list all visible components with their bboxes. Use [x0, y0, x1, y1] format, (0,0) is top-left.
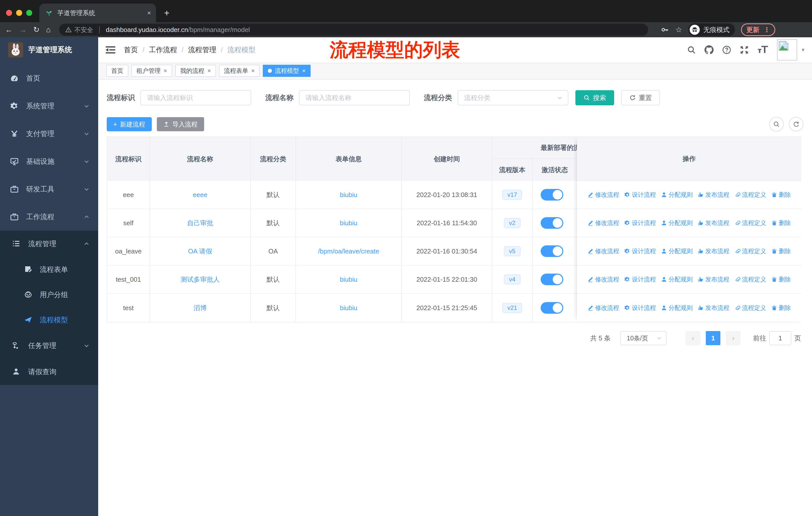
action-link[interactable]: 分配规则	[661, 191, 693, 199]
action-link[interactable]: 流程定义	[734, 304, 766, 312]
address-bar[interactable]: 不安全 dashboard.yudao.iocoder.cn/bpm/manag…	[59, 24, 648, 36]
key-icon[interactable]	[661, 25, 669, 34]
action-link[interactable]: 修改流程	[587, 275, 619, 283]
refresh-button[interactable]	[789, 117, 804, 132]
sidebar-item-devtools[interactable]: 研发工具	[0, 175, 98, 203]
breadcrumb-item[interactable]: 首页	[124, 45, 138, 55]
prev-page-button[interactable]: ‹	[686, 331, 700, 345]
new-tab-button[interactable]: +	[164, 8, 169, 18]
process-name-link[interactable]: 滔博	[194, 304, 207, 313]
action-link[interactable]: 流程定义	[734, 219, 766, 227]
process-name-link[interactable]: OA 请假	[188, 247, 212, 256]
bookmark-star-icon[interactable]: ☆	[675, 26, 682, 33]
action-link[interactable]: 发布流程	[698, 247, 729, 255]
sidebar-item-process-mgmt[interactable]: 流程管理	[0, 231, 98, 257]
sidebar-item-workflow[interactable]: 工作流程	[0, 203, 98, 231]
tag-close-icon[interactable]: ×	[164, 67, 167, 74]
reset-button[interactable]: 重置	[621, 90, 660, 105]
delete-action-link[interactable]: 删除	[771, 191, 791, 199]
active-state-toggle[interactable]	[541, 245, 563, 257]
delete-action-link[interactable]: 删除	[771, 275, 791, 283]
sidebar-item-pay[interactable]: 支付管理	[0, 120, 98, 147]
delete-action-link[interactable]: 删除	[771, 219, 791, 227]
tag-my-process[interactable]: 我的流程×	[175, 65, 216, 77]
process-name-link[interactable]: 测试多审批人	[180, 275, 220, 284]
active-state-toggle[interactable]	[541, 274, 563, 285]
action-link[interactable]: 发布流程	[698, 219, 729, 227]
home-icon[interactable]: ⌂	[46, 26, 51, 33]
close-window-button[interactable]	[6, 10, 12, 16]
minimize-window-button[interactable]	[16, 10, 22, 16]
action-link[interactable]: 发布流程	[698, 191, 729, 199]
active-state-toggle[interactable]	[541, 217, 563, 229]
reload-icon[interactable]: ↻	[33, 26, 39, 33]
import-process-button[interactable]: 导入流程	[157, 117, 204, 131]
action-link[interactable]: 设计流程	[624, 304, 656, 312]
tag-home[interactable]: 首页	[106, 65, 128, 77]
action-link[interactable]: 分配规则	[661, 275, 693, 283]
search-button[interactable]: 搜索	[575, 90, 614, 105]
window-controls[interactable]	[0, 3, 39, 22]
browser-menu-icon[interactable]: ⋮	[763, 26, 770, 34]
process-name-input[interactable]	[299, 90, 410, 105]
action-link[interactable]: 流程定义	[734, 275, 766, 283]
action-link[interactable]: 修改流程	[587, 191, 619, 199]
avatar[interactable]	[777, 39, 797, 60]
action-link[interactable]: 修改流程	[587, 247, 619, 255]
action-link[interactable]: 设计流程	[624, 247, 656, 255]
process-name-link[interactable]: eeee	[193, 191, 207, 199]
action-link[interactable]: 设计流程	[624, 191, 656, 199]
browser-tab[interactable]: 芋道管理系统 ×	[39, 3, 156, 22]
process-name-link[interactable]: 自己审批	[187, 219, 213, 227]
form-info-link[interactable]: biubiu	[340, 191, 357, 199]
tag-close-icon[interactable]: ×	[251, 67, 255, 74]
search-icon[interactable]	[687, 45, 696, 54]
show-search-button[interactable]	[769, 117, 784, 132]
action-link[interactable]: 设计流程	[624, 275, 656, 283]
action-link[interactable]: 修改流程	[587, 304, 619, 312]
collapse-sidebar-icon[interactable]	[106, 46, 115, 54]
action-link[interactable]: 分配规则	[661, 247, 693, 255]
tag-process-model[interactable]: 流程模型×	[263, 65, 311, 77]
maximize-window-button[interactable]	[26, 10, 32, 16]
action-link[interactable]: 发布流程	[698, 304, 729, 312]
font-size-icon[interactable]	[757, 45, 768, 54]
tag-close-icon[interactable]: ×	[302, 67, 306, 74]
process-category-select[interactable]: 流程分类	[458, 90, 568, 105]
forward-icon[interactable]: →	[19, 26, 27, 33]
delete-action-link[interactable]: 删除	[771, 304, 791, 312]
next-page-button[interactable]: ›	[726, 331, 741, 345]
sidebar-item-leave-query[interactable]: 请假查询	[0, 359, 98, 385]
sidebar-item-process-form[interactable]: 流程表单	[0, 257, 98, 282]
sidebar-item-task-mgmt[interactable]: 任务管理	[0, 332, 98, 359]
sidebar-item-system[interactable]: 系统管理	[0, 92, 98, 120]
sidebar-item-infra[interactable]: 基础设施	[0, 147, 98, 175]
action-link[interactable]: 流程定义	[734, 247, 766, 255]
tab-close-icon[interactable]: ×	[147, 9, 151, 17]
delete-action-link[interactable]: 删除	[771, 247, 791, 255]
help-icon[interactable]	[722, 45, 731, 54]
page-size-select[interactable]: 10条/页	[620, 331, 667, 345]
form-info-link[interactable]: biubiu	[340, 304, 357, 312]
action-link[interactable]: 分配规则	[661, 219, 693, 227]
tag-tenant[interactable]: 租户管理×	[132, 65, 172, 77]
action-link[interactable]: 流程定义	[734, 191, 766, 199]
action-link[interactable]: 发布流程	[698, 275, 729, 283]
page-1-button[interactable]: 1	[706, 331, 720, 345]
action-link[interactable]: 设计流程	[624, 219, 656, 227]
goto-page-input[interactable]	[769, 331, 791, 345]
create-process-button[interactable]: + 新建流程	[107, 117, 152, 131]
breadcrumb-item[interactable]: 工作流程	[149, 45, 177, 55]
tag-process-form[interactable]: 流程表单×	[219, 65, 260, 77]
action-link[interactable]: 修改流程	[587, 219, 619, 227]
active-state-toggle[interactable]	[541, 302, 563, 314]
security-warning[interactable]: 不安全	[65, 26, 93, 34]
github-icon[interactable]	[704, 45, 714, 54]
tag-close-icon[interactable]: ×	[207, 67, 211, 74]
sidebar-item-home[interactable]: 首页	[0, 64, 98, 92]
update-button[interactable]: 更新 ⋮	[741, 23, 775, 36]
action-link[interactable]: 分配规则	[661, 304, 693, 312]
sidebar-item-user-group[interactable]: 用户分组	[0, 282, 98, 307]
form-info-link[interactable]: biubiu	[340, 276, 357, 283]
form-info-link[interactable]: /bpm/oa/leave/create	[318, 247, 379, 255]
